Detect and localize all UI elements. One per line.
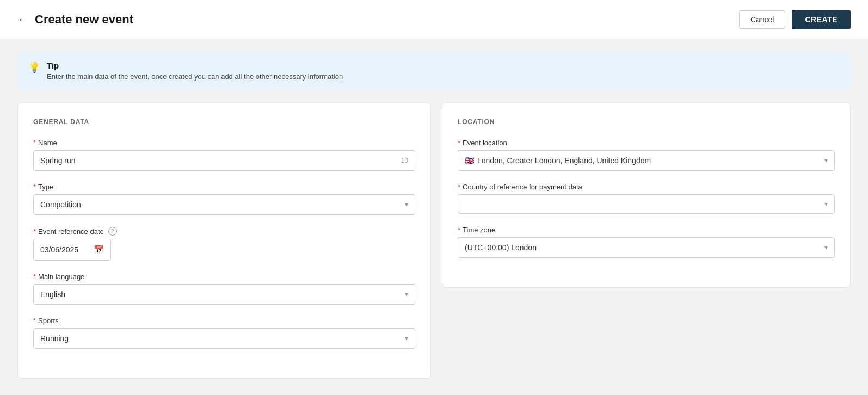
type-chevron-icon: ▾ bbox=[405, 201, 408, 208]
cards-row: GENERAL DATA * Name 10 * Type bbox=[17, 102, 851, 379]
country-payment-label: * Country of reference for payment data bbox=[458, 183, 835, 191]
timezone-chevron-icon: ▾ bbox=[824, 244, 828, 251]
name-input[interactable] bbox=[40, 156, 401, 165]
name-char-count: 10 bbox=[401, 157, 408, 164]
timezone-required-star: * bbox=[458, 226, 460, 234]
date-hint-icon: ? bbox=[108, 227, 117, 236]
tip-icon: 💡 bbox=[28, 61, 40, 73]
type-field: * Type Competition ▾ bbox=[33, 183, 415, 215]
country-payment-select[interactable]: ▾ bbox=[458, 194, 835, 214]
sports-select-value: Running bbox=[40, 334, 405, 343]
general-data-title: GENERAL DATA bbox=[33, 118, 415, 126]
main-language-label: * Main language bbox=[33, 273, 415, 281]
location-card: LOCATION * Event location 🇬🇧London, Grea… bbox=[442, 102, 851, 288]
payment-required-star: * bbox=[458, 183, 460, 191]
name-label: * Name bbox=[33, 139, 415, 147]
language-select-value: English bbox=[40, 290, 405, 299]
type-label: * Type bbox=[33, 183, 415, 191]
sports-field: * Sports Running ▾ bbox=[33, 317, 415, 349]
main-content: 💡 Tip Enter the main data of the event, … bbox=[0, 39, 868, 392]
type-required-star: * bbox=[33, 183, 36, 191]
event-location-label: * Event location bbox=[458, 139, 835, 147]
main-language-field: * Main language English ▾ bbox=[33, 273, 415, 305]
cancel-button[interactable]: Cancel bbox=[739, 10, 786, 29]
name-field: * Name 10 bbox=[33, 139, 415, 171]
event-ref-date-field: * Event reference date ? 📅 bbox=[33, 227, 415, 261]
event-ref-date-label: * Event reference date ? bbox=[33, 227, 415, 236]
tip-title: Tip bbox=[47, 61, 343, 70]
payment-chevron-icon: ▾ bbox=[824, 200, 828, 208]
back-button[interactable]: ← bbox=[17, 13, 28, 26]
type-select[interactable]: Competition ▾ bbox=[33, 194, 415, 215]
create-button[interactable]: CREATE bbox=[792, 10, 851, 29]
name-input-wrapper: 10 bbox=[33, 150, 415, 171]
date-input-wrapper: 📅 bbox=[33, 239, 111, 261]
date-required-star: * bbox=[33, 227, 36, 236]
date-input[interactable] bbox=[40, 245, 89, 254]
location-chevron-icon: ▾ bbox=[824, 157, 828, 164]
timezone-field: * Time zone (UTC+00:00) London ▾ bbox=[458, 226, 835, 258]
sports-chevron-icon: ▾ bbox=[405, 335, 408, 342]
event-location-select-value: 🇬🇧London, Greater London, England, Unite… bbox=[465, 156, 824, 165]
event-location-field: * Event location 🇬🇧London, Greater Londo… bbox=[458, 139, 835, 171]
header-left: ← Create new event bbox=[17, 13, 133, 27]
language-select[interactable]: English ▾ bbox=[33, 284, 415, 305]
language-chevron-icon: ▾ bbox=[405, 291, 408, 298]
header-actions: Cancel CREATE bbox=[739, 10, 851, 29]
tip-description: Enter the main data of the event, once c… bbox=[47, 72, 343, 81]
page-title: Create new event bbox=[35, 13, 133, 27]
type-select-value: Competition bbox=[40, 200, 405, 209]
header: ← Create new event Cancel CREATE bbox=[0, 0, 868, 39]
timezone-select-value: (UTC+00:00) London bbox=[465, 243, 824, 252]
timezone-select[interactable]: (UTC+00:00) London ▾ bbox=[458, 237, 835, 258]
location-required-star: * bbox=[458, 139, 460, 147]
back-arrow-icon: ← bbox=[17, 13, 28, 26]
sports-select[interactable]: Running ▾ bbox=[33, 328, 415, 349]
sports-required-star: * bbox=[33, 317, 36, 325]
timezone-label: * Time zone bbox=[458, 226, 835, 234]
country-payment-field: * Country of reference for payment data … bbox=[458, 183, 835, 214]
sports-label: * Sports bbox=[33, 317, 415, 325]
tip-box: 💡 Tip Enter the main data of the event, … bbox=[17, 52, 851, 89]
location-title: LOCATION bbox=[458, 118, 835, 126]
tip-content: Tip Enter the main data of the event, on… bbox=[47, 61, 343, 81]
event-location-select[interactable]: 🇬🇧London, Greater London, England, Unite… bbox=[458, 150, 835, 171]
name-required-star: * bbox=[33, 139, 36, 147]
general-data-card: GENERAL DATA * Name 10 * Type bbox=[17, 102, 431, 379]
calendar-icon[interactable]: 📅 bbox=[94, 245, 104, 255]
language-required-star: * bbox=[33, 273, 36, 281]
location-flag: 🇬🇧 bbox=[465, 156, 474, 165]
